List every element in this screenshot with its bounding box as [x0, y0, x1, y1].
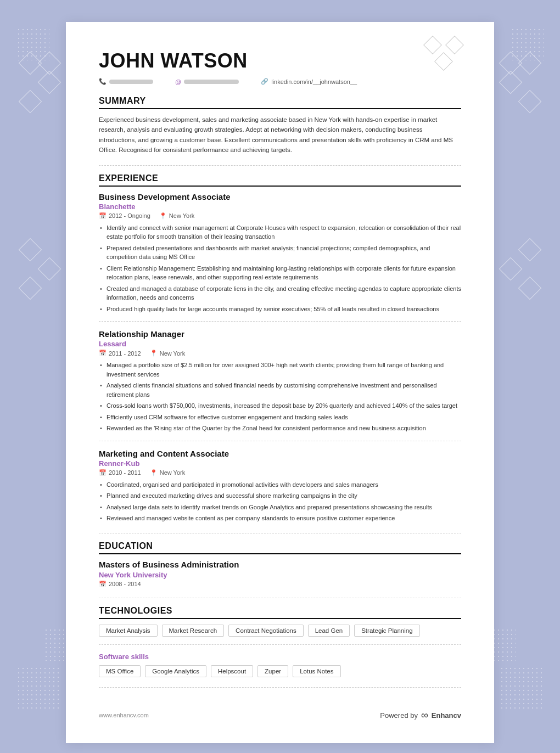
linkedin-icon: 🔗 [261, 78, 268, 85]
job-2-dates: 📅 2011 - 2012 [99, 350, 141, 357]
job-3-location: 📍 New York [150, 469, 185, 476]
candidate-name: JOHN WATSON [99, 49, 461, 72]
job-2-company: Lessard [99, 340, 461, 348]
education-title: EDUCATION [99, 541, 461, 554]
school-name: New York University [99, 571, 461, 579]
education-entry-1: Masters of Business Administration New Y… [99, 560, 461, 588]
software-tag: Google Analytics [145, 665, 206, 677]
bullet-item: Managed a portfolio size of $2.5 million… [99, 361, 461, 379]
tech-tags-container: Market Analysis Market Research Contract… [99, 625, 461, 637]
job-1-title: Business Development Associate [99, 192, 461, 201]
enhancv-infinity-icon: ∞ [421, 710, 428, 721]
job-2-title: Relationship Manager [99, 329, 461, 339]
bullet-item: Rewarded as the 'Rising star of the Quar… [99, 424, 461, 433]
footer-website: www.enhancv.com [99, 712, 149, 718]
technologies-section: TECHNOLOGIES Market Analysis Market Rese… [99, 606, 461, 677]
software-tags-container: MS Office Google Analytics Helpscout Zup… [99, 665, 461, 677]
job-1-bullets: Identify and connect with senior managem… [99, 223, 461, 314]
degree-title: Masters of Business Administration [99, 560, 461, 569]
calendar-icon: 📅 [99, 350, 107, 357]
job-1: Business Development Associate Blanchett… [99, 192, 461, 314]
phone-icon: 📞 [99, 78, 107, 85]
education-section: EDUCATION Masters of Business Administra… [99, 541, 461, 588]
experience-title: EXPERIENCE [99, 173, 461, 187]
linkedin-contact: 🔗 linkedin.com/in/__johnwatson__ [261, 78, 357, 85]
bullet-item: Created and managed a database of corpor… [99, 284, 461, 302]
job-3-dates: 📅 2010 - 2011 [99, 469, 141, 476]
bullet-item: Prepared detailed presentations and dash… [99, 244, 461, 262]
software-tag: Zuper [257, 665, 288, 677]
tech-tag: Strategic Planning [354, 625, 419, 637]
job-3: Marketing and Content Associate Renner-K… [99, 449, 461, 523]
job-1-meta: 📅 2012 - Ongoing 📍 New York [99, 212, 461, 220]
contact-row: 📞 @ 🔗 linkedin.com/in/__johnwatson__ [99, 78, 461, 85]
education-divider [99, 598, 461, 598]
powered-by-text: Powered by [380, 711, 418, 720]
software-tag: MS Office [99, 665, 141, 677]
tech-tag: Market Research [162, 625, 225, 637]
linkedin-url: linkedin.com/in/__johnwatson__ [271, 78, 357, 85]
resume-header: JOHN WATSON 📞 @ 🔗 linkedin.com/in/__john… [99, 49, 461, 85]
bullet-item: Analysed clients financial situations an… [99, 381, 461, 399]
job-3-bullets: Coordinated, organised and participated … [99, 480, 461, 523]
calendar-icon: 📅 [99, 469, 107, 476]
tech-inner-divider [99, 644, 461, 645]
phone-contact: 📞 [99, 78, 153, 85]
tech-tag: Market Analysis [99, 625, 158, 637]
summary-title: SUMMARY [99, 96, 461, 109]
bullet-item: Efficiently used CRM software for effect… [99, 413, 461, 422]
technologies-title: TECHNOLOGIES [99, 606, 461, 619]
bullet-item: Cross-sold loans worth $750,000, investm… [99, 401, 461, 411]
resume-card: JOHN WATSON 📞 @ 🔗 linkedin.com/in/__john… [66, 22, 494, 743]
email-redacted [184, 80, 239, 84]
job-2-bullets: Managed a portfolio size of $2.5 million… [99, 361, 461, 433]
job-3-title: Marketing and Content Associate [99, 449, 461, 458]
bullet-item: Analysed large data sets to identify mar… [99, 503, 461, 512]
job-2: Relationship Manager Lessard 📅 2011 - 20… [99, 329, 461, 433]
tech-tag: Lead Gen [308, 625, 350, 637]
phone-redacted [109, 80, 153, 84]
bullet-item: Identify and connect with senior managem… [99, 223, 461, 241]
experience-section: EXPERIENCE Business Development Associat… [99, 173, 461, 523]
job-1-location: 📍 New York [159, 212, 194, 220]
software-tag: Lotus Notes [293, 665, 340, 677]
job-1-dates: 📅 2012 - Ongoing [99, 212, 150, 220]
job-2-divider [99, 441, 461, 441]
bullet-item: Coordinated, organised and participated … [99, 480, 461, 490]
experience-divider [99, 533, 461, 533]
software-tag: Helpscout [211, 665, 253, 677]
tech-tag: Contract Negotiations [228, 625, 304, 637]
email-contact: @ [175, 78, 239, 85]
edu-dates: 📅 2008 - 2014 [99, 581, 461, 588]
summary-text: Experienced business development, sales … [99, 115, 461, 155]
job-3-meta: 📅 2010 - 2011 📍 New York [99, 469, 461, 476]
job-2-location: 📍 New York [150, 350, 185, 357]
bullet-item: Client Relationship Management: Establis… [99, 264, 461, 282]
email-icon: @ [175, 78, 181, 85]
job-2-meta: 📅 2011 - 2012 📍 New York [99, 350, 461, 357]
page-wrapper: JOHN WATSON 📞 @ 🔗 linkedin.com/in/__john… [11, 22, 549, 743]
summary-divider [99, 165, 461, 166]
summary-section: SUMMARY Experienced business development… [99, 96, 461, 155]
brand-name: Enhancv [432, 711, 461, 720]
job-1-company: Blanchette [99, 203, 461, 211]
location-icon: 📍 [150, 350, 158, 357]
job-1-divider [99, 321, 461, 322]
enhancv-branding: Powered by ∞ Enhancv [380, 710, 461, 721]
software-title: Software skills [99, 653, 461, 661]
resume-footer: www.enhancv.com Powered by ∞ Enhancv [99, 704, 461, 721]
bullet-item: Reviewed and managed website content as … [99, 514, 461, 523]
calendar-icon: 📅 [99, 581, 107, 588]
location-icon: 📍 [150, 469, 158, 476]
calendar-icon: 📅 [99, 212, 107, 220]
bullet-item: Produced high quality lads for large acc… [99, 305, 461, 314]
job-3-company: Renner-Kub [99, 459, 461, 468]
bullet-item: Planned and executed marketing drives an… [99, 491, 461, 501]
final-divider [99, 687, 461, 688]
location-icon: 📍 [159, 212, 167, 220]
